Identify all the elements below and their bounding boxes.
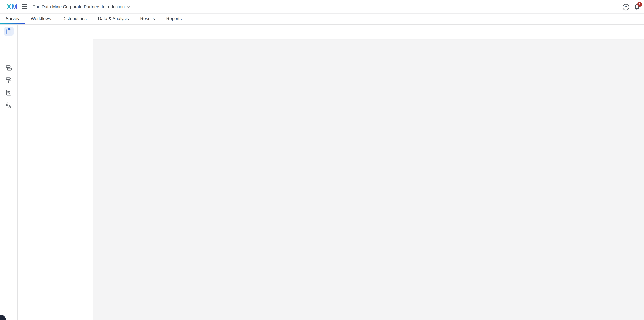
- rail-survey-options-icon[interactable]: [4, 88, 14, 97]
- xm-logo: XM: [6, 2, 18, 11]
- main-nav-tabs: Survey Workflows Distributions Data & An…: [0, 14, 644, 25]
- tab-results[interactable]: Results: [134, 14, 160, 24]
- top-bar: XM The Data Mine Corporate Partners Intr…: [0, 0, 644, 14]
- hamburger-menu-icon[interactable]: [22, 4, 27, 9]
- tab-workflows[interactable]: Workflows: [25, 14, 57, 24]
- rail-look-and-feel-icon[interactable]: [4, 76, 14, 85]
- rail-translations-icon[interactable]: [4, 101, 14, 110]
- help-icon[interactable]: ?: [622, 4, 629, 11]
- rail-survey-flow-icon[interactable]: [4, 64, 14, 73]
- tab-reports[interactable]: Reports: [160, 14, 188, 24]
- survey-canvas: [93, 39, 644, 320]
- qualtrics-survey-builder: XM The Data Mine Corporate Partners Intr…: [0, 0, 644, 320]
- tab-survey[interactable]: Survey: [0, 14, 25, 24]
- rail-survey-builder-icon[interactable]: [4, 27, 14, 36]
- survey-menu-title[interactable]: The Data Mine Corporate Partners Introdu…: [33, 0, 130, 14]
- tab-data-analysis[interactable]: Data & Analysis: [92, 14, 134, 24]
- active-tab-underline: [0, 23, 25, 24]
- survey-toolbar: [93, 24, 644, 40]
- tab-distributions[interactable]: Distributions: [57, 14, 92, 24]
- edit-question-panel: [18, 24, 93, 320]
- notification-badge[interactable]: 1: [637, 2, 642, 7]
- left-icon-rail: [0, 24, 18, 320]
